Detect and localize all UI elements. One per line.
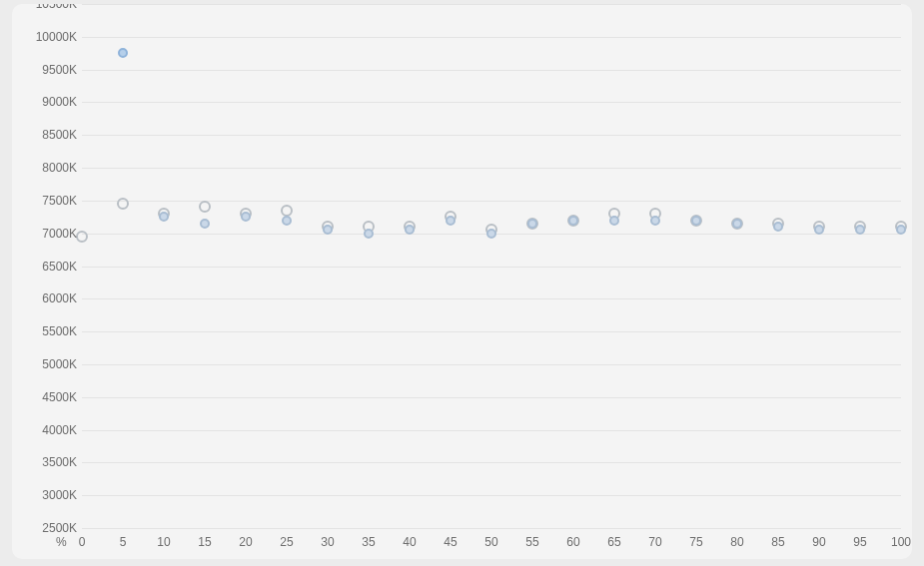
gridline bbox=[82, 168, 901, 169]
data-point bbox=[527, 219, 537, 229]
x-tick-label: 35 bbox=[362, 535, 375, 549]
x-tick-label: 90 bbox=[812, 535, 825, 549]
x-tick-label: 30 bbox=[321, 535, 334, 549]
x-tick-label: 25 bbox=[280, 535, 293, 549]
gridline bbox=[82, 70, 901, 71]
data-point bbox=[486, 229, 496, 239]
data-point bbox=[896, 225, 906, 235]
y-tick-label: 9000K bbox=[12, 95, 77, 109]
x-tick-label: 0 bbox=[79, 535, 86, 549]
x-tick-label: 60 bbox=[566, 535, 579, 549]
data-point bbox=[76, 231, 88, 243]
y-tick-label: 9500K bbox=[12, 63, 77, 77]
y-tick-label: 5500K bbox=[12, 324, 77, 338]
x-tick-label: 80 bbox=[730, 535, 743, 549]
data-point bbox=[364, 229, 374, 239]
data-point bbox=[241, 212, 251, 222]
gridline bbox=[82, 267, 901, 268]
x-tick-label: 95 bbox=[853, 535, 866, 549]
gridline bbox=[82, 4, 901, 5]
y-tick-label: 4500K bbox=[12, 390, 77, 404]
gridline bbox=[82, 135, 901, 136]
data-point bbox=[199, 201, 211, 213]
data-point bbox=[282, 216, 292, 226]
y-tick-label: 7500K bbox=[12, 194, 77, 208]
x-tick-label: 85 bbox=[771, 535, 784, 549]
x-tick-label: 75 bbox=[689, 535, 702, 549]
gridline bbox=[82, 528, 901, 529]
gridline bbox=[82, 364, 901, 365]
data-point bbox=[691, 216, 701, 226]
y-tick-label: 8500K bbox=[12, 128, 77, 142]
x-tick-label: 70 bbox=[648, 535, 661, 549]
plot-area bbox=[82, 4, 901, 528]
gridline bbox=[82, 430, 901, 431]
data-point bbox=[568, 216, 578, 226]
y-tick-label: 10500K bbox=[12, 4, 77, 11]
x-tick-label: 40 bbox=[403, 535, 416, 549]
x-tick-label: 5 bbox=[120, 535, 127, 549]
data-point bbox=[281, 205, 293, 217]
data-point bbox=[650, 216, 660, 226]
data-point bbox=[159, 212, 169, 222]
x-tick-label: 20 bbox=[239, 535, 252, 549]
gridline bbox=[82, 495, 901, 496]
gridline bbox=[82, 102, 901, 103]
gridline bbox=[82, 397, 901, 398]
x-tick-label: 50 bbox=[484, 535, 497, 549]
x-tick-label: 100 bbox=[891, 535, 911, 549]
data-point bbox=[117, 198, 129, 210]
x-tick-label: 10 bbox=[157, 535, 170, 549]
data-point bbox=[446, 216, 456, 226]
data-point bbox=[732, 219, 742, 229]
y-tick-label: 7000K bbox=[12, 227, 77, 241]
x-tick-label: 55 bbox=[525, 535, 538, 549]
gridline bbox=[82, 298, 901, 299]
x-axis-unit: % bbox=[56, 535, 67, 549]
y-tick-label: 6000K bbox=[12, 291, 77, 305]
data-point bbox=[200, 219, 210, 229]
x-tick-label: 65 bbox=[607, 535, 620, 549]
gridline bbox=[82, 462, 901, 463]
y-tick-label: 8000K bbox=[12, 161, 77, 175]
x-tick-label: 45 bbox=[444, 535, 457, 549]
x-tick-label: 15 bbox=[198, 535, 211, 549]
y-tick-label: 2500K bbox=[12, 521, 77, 535]
data-point bbox=[773, 222, 783, 232]
chart-card: % 2500K3000K3500K4000K4500K5000K5500K600… bbox=[12, 4, 912, 559]
gridline bbox=[82, 331, 901, 332]
data-point bbox=[609, 216, 619, 226]
data-point bbox=[118, 48, 128, 58]
y-tick-label: 5000K bbox=[12, 357, 77, 371]
y-tick-label: 3000K bbox=[12, 488, 77, 502]
y-tick-label: 3500K bbox=[12, 455, 77, 469]
y-tick-label: 10000K bbox=[12, 30, 77, 44]
y-tick-label: 6500K bbox=[12, 260, 77, 274]
y-tick-label: 4000K bbox=[12, 423, 77, 437]
gridline bbox=[82, 37, 901, 38]
